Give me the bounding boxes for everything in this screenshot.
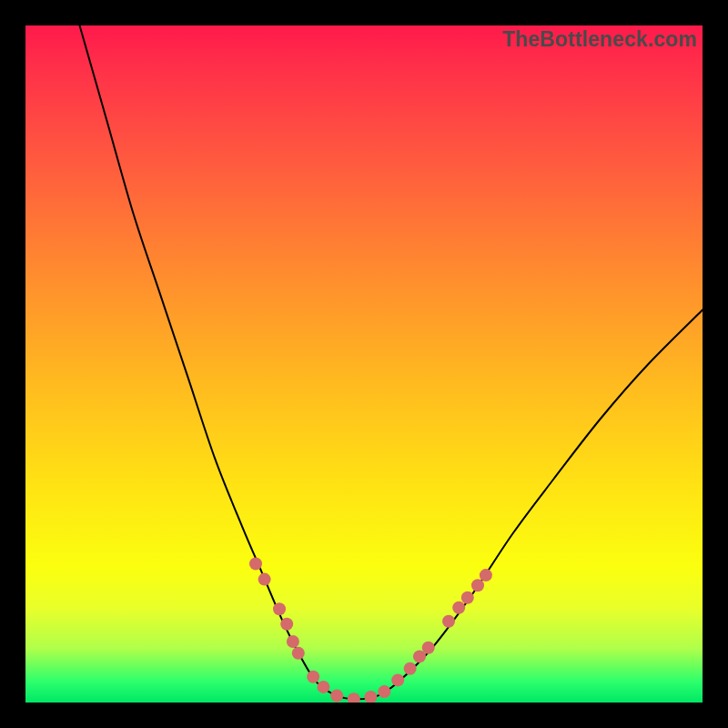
highlight-dot bbox=[307, 671, 319, 683]
highlight-dot bbox=[258, 573, 271, 586]
chart-frame: TheBottleneck.com bbox=[25, 25, 703, 703]
highlight-dot bbox=[404, 662, 417, 675]
highlight-dot bbox=[317, 681, 329, 693]
highlight-dot bbox=[348, 693, 360, 703]
highlight-dot bbox=[364, 691, 377, 703]
highlight-dot bbox=[287, 635, 299, 648]
highlight-dot bbox=[273, 602, 286, 615]
highlight-dot bbox=[391, 673, 404, 686]
highlight-dots-group bbox=[249, 558, 492, 703]
highlight-dot bbox=[249, 558, 262, 571]
bottleneck-curve-path bbox=[80, 25, 703, 699]
highlight-dot bbox=[471, 579, 484, 592]
highlight-dot bbox=[422, 642, 435, 654]
highlight-dot bbox=[480, 569, 492, 581]
highlight-dot bbox=[442, 615, 455, 628]
highlight-dot bbox=[292, 647, 305, 660]
highlight-dot bbox=[378, 685, 390, 698]
highlight-dot bbox=[280, 618, 293, 631]
highlight-dot bbox=[461, 592, 474, 604]
highlight-dot bbox=[330, 690, 343, 703]
highlight-dot bbox=[452, 602, 465, 614]
bottleneck-curve-plot bbox=[25, 25, 703, 703]
